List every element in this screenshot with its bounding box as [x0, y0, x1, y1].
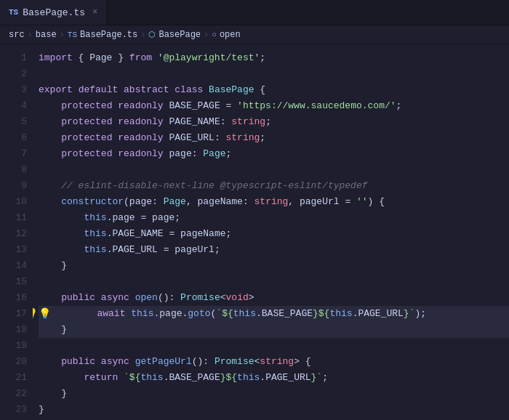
code-line-15	[39, 274, 509, 290]
breadcrumb-sep-1: ›	[28, 30, 33, 40]
breadcrumb-sep-4: ›	[204, 30, 209, 40]
breadcrumb-sep-2: ›	[60, 30, 65, 40]
code-line-9: // eslint-disable-next-line @typescript-…	[39, 178, 509, 194]
ts-icon: TS	[9, 8, 18, 17]
await-kw: await	[97, 306, 125, 322]
line-number: 5	[0, 114, 27, 130]
code-line-18: }	[39, 322, 509, 338]
page-prop: page	[159, 306, 182, 322]
line-number: 6	[0, 130, 27, 146]
tab-filename: BasePage.ts	[23, 7, 85, 18]
code-line-2	[39, 66, 509, 82]
breadcrumb-base: base	[36, 30, 57, 40]
line-number: 9	[0, 178, 27, 194]
line-number: 15	[0, 274, 27, 290]
tmpl-end: }`	[404, 306, 415, 322]
line-number: 18	[0, 322, 27, 338]
tab-close-button[interactable]: ×	[92, 7, 97, 17]
line-number: 19	[0, 338, 27, 354]
this-kw: this	[131, 306, 153, 322]
this2-kw: this	[233, 306, 256, 322]
breadcrumb-sep-3: ›	[140, 30, 145, 40]
line-number: 17	[0, 306, 27, 322]
code-line-5: protected readonly PAGE_NAME: string;	[39, 114, 509, 130]
line-number: 20	[0, 354, 27, 370]
tmpl-start: `${	[216, 306, 233, 322]
breadcrumb-class: BasePage	[159, 30, 201, 40]
tab-bar: TS BasePage.ts ×	[0, 0, 509, 25]
line-numbers: 1234567891011121314151617181920212223	[0, 44, 33, 420]
line-number: 3	[0, 82, 27, 98]
method-icon: ○	[212, 31, 217, 39]
line-number: 14	[0, 258, 27, 274]
code-line-20: public async getPageUrl(): Promise<strin…	[39, 354, 509, 370]
bulb-icon[interactable]: 💡	[39, 306, 51, 322]
code-line-7: protected readonly page: Page;	[39, 146, 509, 162]
line-number: 4	[0, 98, 27, 114]
line-number: 13	[0, 242, 27, 258]
code-content[interactable]: import { Page } from '@playwright/test';…	[33, 44, 509, 420]
line-number: 23	[0, 402, 27, 418]
bulb-icon[interactable]: 💡	[33, 306, 38, 322]
code-line-17: 💡💡 await this.page.goto(`${this.BASE_PAG…	[39, 306, 509, 322]
line-number: 1	[0, 50, 27, 66]
code-line-19	[39, 338, 509, 354]
code-line-12: this.PAGE_NAME = pageName;	[39, 226, 509, 242]
code-line-23: }	[39, 402, 509, 418]
line-number: 2	[0, 66, 27, 82]
indent	[52, 306, 97, 322]
breadcrumb-file: BasePage.ts	[80, 30, 137, 40]
code-line-10: constructor(page: Page, pageName: string…	[39, 194, 509, 210]
code-line-6: protected readonly PAGE_URL: string;	[39, 130, 509, 146]
line-number: 21	[0, 370, 27, 386]
goto-fn: goto	[188, 306, 210, 322]
code-line-4: protected readonly BASE_PAGE = 'https://…	[39, 98, 509, 114]
code-line-14: }	[39, 258, 509, 274]
line-number: 7	[0, 146, 27, 162]
breadcrumb: src › base › TS BasePage.ts › ⬡ BasePage…	[0, 25, 509, 44]
code-line-1: import { Page } from '@playwright/test';	[39, 50, 509, 66]
code-editor: 1234567891011121314151617181920212223 im…	[0, 44, 509, 420]
line-number: 16	[0, 290, 27, 306]
code-line-11: this.page = page;	[39, 210, 509, 226]
ts-file-icon: TS	[68, 31, 77, 39]
this3-kw: this	[329, 306, 352, 322]
tmpl-mid: }${	[313, 306, 329, 322]
base-page-prop: BASE_PAGE	[262, 306, 313, 322]
line-number: 10	[0, 194, 27, 210]
line-number: 22	[0, 386, 27, 402]
line-number: 8	[0, 162, 27, 178]
code-line-8	[39, 162, 509, 178]
code-line-16: public async open(): Promise<void>	[39, 290, 509, 306]
code-line-21: return `${this.BASE_PAGE}${this.PAGE_URL…	[39, 370, 509, 386]
breadcrumb-method: open	[220, 30, 241, 40]
code-line-3: export default abstract class BasePage {	[39, 82, 509, 98]
file-tab[interactable]: TS BasePage.ts ×	[0, 0, 107, 25]
page-url-prop: PAGE_URL	[358, 306, 403, 322]
code-line-22: }	[39, 386, 509, 402]
breadcrumb-src: src	[9, 30, 25, 40]
line-number: 12	[0, 226, 27, 242]
class-icon: ⬡	[148, 30, 156, 39]
line-number: 11	[0, 210, 27, 226]
code-line-13: this.PAGE_URL = pageUrl;	[39, 242, 509, 258]
